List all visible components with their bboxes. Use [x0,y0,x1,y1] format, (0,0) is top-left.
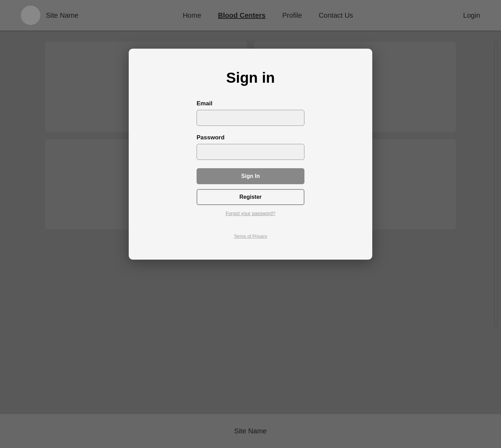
site-header: Site Name Home Blood Centers Profile Con… [0,0,501,31]
nav-blood-centers[interactable]: Blood Centers [218,11,266,19]
signin-form: Email Password Sign In Register Forgot y… [197,100,304,239]
email-input[interactable] [197,110,304,126]
password-group: Password [197,134,304,160]
register-button[interactable]: Register [197,189,304,205]
forgot-password-link[interactable]: Forgot your password? [197,211,304,216]
nav-profile[interactable]: Profile [282,11,302,19]
footer-site-name: Site Name [234,427,267,435]
modal-overlay: Sign in Email Password Sign In Register … [0,31,501,414]
terms-link[interactable]: Terms of Privacy [197,234,304,239]
email-group: Email [197,100,304,126]
nav-home[interactable]: Home [183,11,201,19]
header-brand: Site Name [21,6,97,25]
password-input[interactable] [197,144,304,160]
nav-contact[interactable]: Contact Us [319,11,353,19]
login-link[interactable]: Login [463,11,480,19]
signin-button[interactable]: Sign In [197,168,304,184]
modal-title: Sign in [226,70,275,86]
site-footer: Site Name [0,414,501,448]
main-content: Sign in Email Password Sign In Register … [0,31,501,414]
email-label: Email [197,100,304,107]
site-logo [21,6,40,25]
site-name: Site Name [46,11,78,19]
main-nav: Home Blood Centers Profile Contact Us [97,11,438,19]
signin-modal: Sign in Email Password Sign In Register … [129,49,372,260]
header-actions: Login [438,11,480,19]
password-label: Password [197,134,304,141]
